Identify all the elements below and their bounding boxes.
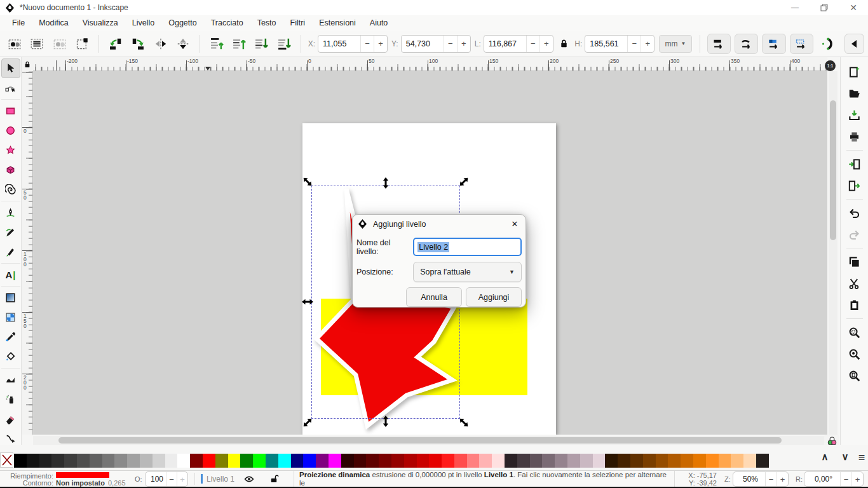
transform-pattern-toggle[interactable]	[790, 34, 813, 54]
menu-aiuto[interactable]: Aiuto	[363, 17, 395, 29]
raise-button[interactable]	[229, 34, 248, 53]
x-increment-button[interactable]: +	[374, 36, 387, 52]
palette-swatch[interactable]	[379, 454, 391, 468]
selection-handle-bottom[interactable]	[383, 416, 389, 427]
palette-menu-icon[interactable]: ≡	[854, 451, 868, 464]
palette-swatch[interactable]	[530, 454, 543, 468]
y-increment-button[interactable]: +	[457, 36, 470, 52]
menu-filtri[interactable]: Filtri	[283, 17, 313, 29]
calligraphy-tool[interactable]	[1, 242, 20, 262]
palette-swatch[interactable]	[417, 454, 430, 468]
transform-stroke-toggle[interactable]	[735, 34, 758, 54]
x-decrement-button[interactable]: −	[360, 36, 374, 52]
palette-swatch[interactable]	[593, 454, 606, 468]
redo-button[interactable]	[844, 225, 865, 244]
selection-handle-left[interactable]	[302, 299, 313, 305]
vertical-ruler[interactable]: 050100150200	[22, 71, 33, 435]
zoom-actual-size-icon[interactable]: 1:1	[825, 60, 836, 71]
palette-swatch[interactable]	[27, 454, 39, 468]
lower-button[interactable]	[252, 34, 271, 53]
flip-vertical-button[interactable]	[173, 34, 192, 53]
no-color-swatch[interactable]	[0, 452, 13, 468]
x-value[interactable]: 11,055	[318, 36, 360, 52]
zoom-drawing-button[interactable]	[844, 344, 865, 363]
palette-swatch[interactable]	[505, 454, 517, 468]
palette-swatch[interactable]	[165, 454, 178, 468]
palette-scroll-down[interactable]: ∨	[837, 451, 853, 463]
zoom-input[interactable]: 50% − +	[733, 471, 789, 487]
palette-swatch[interactable]	[605, 454, 618, 468]
pen-tool[interactable]	[1, 203, 20, 222]
horizontal-scrollbar[interactable]	[33, 436, 827, 445]
open-document-button[interactable]	[844, 84, 865, 103]
new-document-button[interactable]	[844, 62, 865, 81]
height-increment-button[interactable]: +	[641, 36, 654, 52]
menu-tracciato[interactable]: Tracciato	[204, 17, 250, 29]
palette-swatch[interactable]	[177, 454, 190, 468]
menu-modifica[interactable]: Modifica	[32, 17, 76, 29]
save-document-button[interactable]	[844, 105, 865, 125]
palette-swatch[interactable]	[90, 454, 102, 468]
current-layer-name[interactable]: Livello 1	[207, 475, 234, 484]
raise-to-top-button[interactable]	[207, 34, 226, 53]
zoom-increment-button[interactable]: +	[776, 472, 788, 486]
restore-button[interactable]	[810, 0, 839, 15]
width-increment-button[interactable]: +	[539, 36, 553, 52]
palette-swatch[interactable]	[14, 454, 27, 468]
palette-swatch[interactable]	[140, 454, 153, 468]
opacity-decrement-button[interactable]: −	[166, 472, 177, 486]
palette-swatch[interactable]	[467, 454, 480, 468]
height-value[interactable]: 185,561	[585, 36, 627, 52]
text-tool[interactable]: A|	[1, 265, 20, 285]
palette-swatch[interactable]	[404, 454, 417, 468]
select-all-button[interactable]	[5, 34, 24, 53]
dropper-tool[interactable]	[1, 327, 20, 347]
palette-swatch[interactable]	[756, 454, 769, 468]
rectangle-tool[interactable]	[1, 101, 20, 121]
palette-swatch[interactable]	[731, 454, 743, 468]
collapse-toolbar-button[interactable]	[844, 34, 864, 54]
palette-swatch[interactable]	[630, 454, 643, 468]
palette-swatch[interactable]	[555, 454, 567, 468]
close-button[interactable]: ✕	[839, 0, 868, 15]
zoom-value[interactable]: 50%	[733, 472, 765, 486]
palette-swatch[interactable]	[479, 454, 492, 468]
selector-tool[interactable]	[1, 58, 20, 78]
stroke-width-value[interactable]: 0,265	[108, 479, 126, 487]
3dbox-tool[interactable]	[1, 160, 20, 180]
layer-name-input[interactable]: Livello 2	[413, 238, 522, 256]
palette-swatch[interactable]	[656, 454, 668, 468]
lock-ratio-icon[interactable]	[557, 34, 571, 53]
width-decrement-button[interactable]: −	[526, 36, 539, 52]
palette-swatch[interactable]	[39, 454, 52, 468]
tweak-tool[interactable]	[1, 370, 20, 390]
transform-move-toggle[interactable]	[707, 34, 731, 54]
gradient-tool[interactable]	[1, 288, 20, 308]
paste-button[interactable]	[844, 295, 865, 315]
horizontal-ruler[interactable]: -200-150-100-50050100150200250300350400	[33, 57, 827, 71]
palette-swatch[interactable]	[354, 454, 367, 468]
transform-gradient-toggle[interactable]	[762, 34, 785, 54]
duplicate-button[interactable]	[844, 252, 865, 271]
palette-swatch[interactable]	[681, 454, 693, 468]
lower-to-bottom-button[interactable]	[275, 34, 293, 53]
vertical-scrollbar-thumb[interactable]	[830, 100, 836, 240]
paint-bucket-tool[interactable]	[1, 347, 20, 367]
zoom-page-button[interactable]	[844, 366, 865, 385]
palette-swatch[interactable]	[492, 454, 505, 468]
palette-swatch[interactable]	[391, 454, 404, 468]
palette-swatch[interactable]	[618, 454, 630, 468]
palette-swatch[interactable]	[215, 454, 228, 468]
y-value[interactable]: 54,730	[402, 36, 444, 52]
palette-swatch[interactable]	[303, 454, 316, 468]
select-all-layers-button[interactable]	[27, 34, 46, 53]
palette-swatch[interactable]	[567, 454, 580, 468]
height-decrement-button[interactable]: −	[627, 36, 641, 52]
height-input[interactable]: 185,561 − +	[585, 35, 654, 53]
palette-swatch[interactable]	[743, 454, 756, 468]
import-button[interactable]	[844, 154, 865, 173]
snap-toggle[interactable]	[817, 34, 836, 53]
dialog-close-icon[interactable]: ✕	[509, 219, 520, 229]
x-input[interactable]: 11,055 − +	[318, 35, 388, 53]
width-value[interactable]: 116,867	[484, 36, 526, 52]
